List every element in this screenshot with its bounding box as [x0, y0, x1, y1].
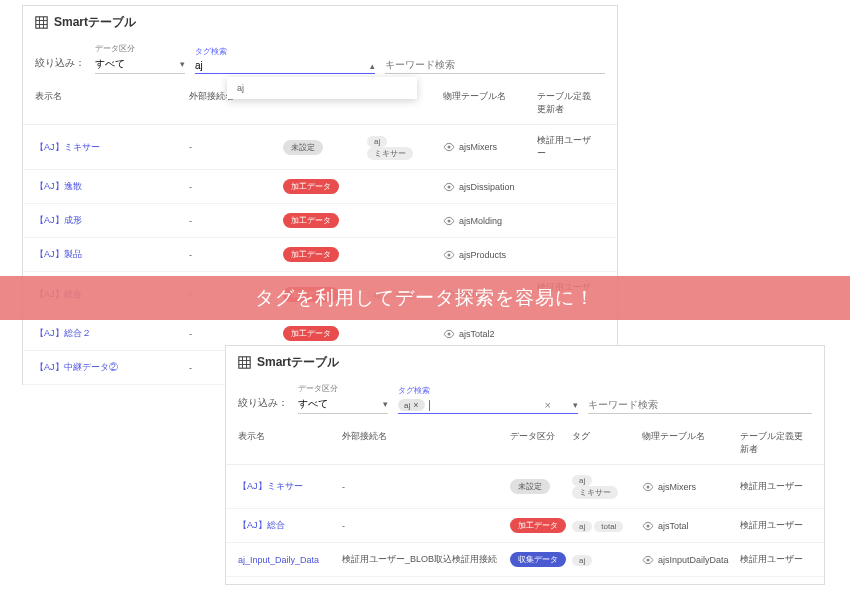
tag-label: タグ検索 — [398, 385, 578, 396]
col-header: テーブル定義更新者 — [537, 90, 605, 116]
dropdown-item[interactable]: aj — [237, 83, 244, 93]
category-filter[interactable]: データ区分 すべて▾ — [95, 43, 185, 74]
table-row: 【AJ】逸散-加工データajsDissipation — [23, 170, 617, 204]
tags-cell: ajtotal — [572, 520, 642, 532]
ext-name: 検証用ユーザー_BLOB取込検証用接続 — [342, 553, 510, 566]
eye-icon — [443, 215, 455, 227]
panel-title: Smartテーブル — [257, 354, 339, 371]
filter-label: 絞り込み： — [238, 396, 288, 414]
smart-table-panel-a: Smartテーブル 絞り込み： データ区分 すべて▾ タグ検索 aj▴ aj 表… — [22, 5, 618, 385]
col-header: 物理テーブル名 — [642, 430, 740, 456]
category-pill: 加工データ — [510, 518, 566, 533]
svg-point-19 — [647, 558, 650, 561]
col-header: 物理テーブル名 — [443, 90, 537, 116]
text-cursor — [429, 400, 430, 411]
row-name-link[interactable]: 【AJ】ミキサー — [238, 481, 303, 491]
ext-name: - — [342, 482, 510, 492]
table: 表示名 外部接続名 データ区分 タグ 物理テーブル名 テーブル定義更新者 【AJ… — [226, 422, 824, 577]
tag-chip[interactable]: ミキサー — [572, 486, 618, 499]
table-row: 【AJ】成形-加工データajsMolding — [23, 204, 617, 238]
phys-name: ajsMixers — [443, 141, 537, 153]
phys-name: ajsMolding — [443, 215, 537, 227]
tag-chip[interactable]: total — [594, 521, 623, 532]
category-pill: 未設定 — [510, 479, 550, 494]
category-filter[interactable]: データ区分 すべて▾ — [298, 383, 388, 414]
table-row: 【AJ】ミキサー-未設定ajミキサーajsMixers検証用ユーザー — [226, 465, 824, 509]
eye-icon — [642, 554, 654, 566]
eye-icon — [642, 520, 654, 532]
tag-chip[interactable]: aj — [572, 475, 592, 486]
filter-row: 絞り込み： データ区分 すべて▾ タグ検索 aj× × ▾ — [226, 379, 824, 422]
eye-icon — [642, 481, 654, 493]
category-pill: 収集データ — [510, 552, 566, 567]
table-icon — [35, 16, 48, 29]
remove-chip-icon[interactable]: × — [413, 400, 418, 410]
phys-name: ajsTotal2 — [443, 328, 537, 340]
svg-rect-0 — [36, 17, 47, 28]
row-name-link[interactable]: 【AJ】逸散 — [35, 181, 82, 191]
row-name-link[interactable]: 【AJ】成形 — [35, 215, 82, 225]
updater: 検証用ユーザー — [537, 134, 605, 160]
tag-filter[interactable]: タグ検索 aj▴ — [195, 46, 375, 74]
table: 表示名 外部接続名 物理テーブル名 テーブル定義更新者 【AJ】ミキサー-未設定… — [23, 82, 617, 385]
filter-label: 絞り込み： — [35, 56, 85, 74]
svg-point-7 — [448, 219, 451, 222]
updater: 検証用ユーザー — [740, 553, 812, 566]
row-name-link[interactable]: 【AJ】総合２ — [35, 328, 91, 338]
row-name-link[interactable]: aj_Input_Daily_Data — [238, 555, 319, 565]
col-header: タグ — [572, 430, 642, 456]
category-pill: 加工データ — [283, 179, 339, 194]
tag-dropdown[interactable]: aj — [227, 77, 417, 99]
category-label: データ区分 — [298, 383, 388, 394]
svg-rect-12 — [239, 357, 250, 368]
phys-name: ajsDissipation — [443, 181, 537, 193]
svg-point-6 — [448, 185, 451, 188]
phys-name: ajsProducts — [443, 249, 537, 261]
row-name-link[interactable]: 【AJ】製品 — [35, 249, 82, 259]
svg-point-5 — [448, 146, 451, 149]
keyword-search[interactable] — [588, 396, 812, 414]
table-row: 【AJ】総合-加工データajtotalajsTotal検証用ユーザー — [226, 509, 824, 543]
ext-name: - — [342, 521, 510, 531]
tag-chip[interactable]: aj× — [398, 399, 425, 411]
tags-cell: aj — [572, 554, 642, 566]
category-label: データ区分 — [95, 43, 185, 54]
phys-name: ajsTotal — [642, 520, 740, 532]
tag-chip[interactable]: ミキサー — [367, 147, 413, 160]
category-pill: 未設定 — [283, 140, 323, 155]
chevron-down-icon: ▾ — [365, 399, 388, 409]
tag-chip[interactable]: aj — [572, 521, 592, 532]
tag-chip[interactable]: aj — [572, 555, 592, 566]
ext-name: - — [189, 182, 283, 192]
row-name-link[interactable]: 【AJ】中継データ② — [35, 362, 118, 372]
keyword-input[interactable] — [588, 396, 812, 414]
ext-name: - — [189, 250, 283, 260]
row-name-link[interactable]: 【AJ】総合 — [238, 520, 285, 530]
tag-chip[interactable]: aj — [367, 136, 387, 147]
col-header: 外部接続名 — [342, 430, 510, 456]
col-header: テーブル定義更新者 — [740, 430, 812, 456]
overlay-banner: タグを利用してデータ探索を容易に！ — [0, 276, 850, 320]
filter-row: 絞り込み： データ区分 すべて▾ タグ検索 aj▴ aj — [23, 39, 617, 82]
panel-title: Smartテーブル — [54, 14, 136, 31]
panel-header: Smartテーブル — [226, 346, 824, 379]
tag-filter[interactable]: タグ検索 aj× × ▾ — [398, 385, 578, 414]
keyword-search[interactable] — [385, 56, 605, 74]
keyword-input[interactable] — [385, 56, 605, 74]
table-row: 【AJ】製品-加工データajsProducts — [23, 238, 617, 272]
eye-icon — [443, 181, 455, 193]
phys-name: ajsMixers — [642, 481, 740, 493]
clear-icon[interactable]: × — [545, 399, 551, 411]
category-pill: 加工データ — [283, 326, 339, 341]
updater: 検証用ユーザー — [740, 480, 812, 493]
table-header: 表示名 外部接続名 データ区分 タグ 物理テーブル名 テーブル定義更新者 — [226, 422, 824, 465]
chevron-down-icon: ▴ — [352, 61, 375, 71]
smart-table-panel-b: Smartテーブル 絞り込み： データ区分 すべて▾ タグ検索 aj× × ▾ … — [225, 345, 825, 585]
chevron-down-icon: ▾ — [162, 59, 185, 69]
tags-cell: ajミキサー — [572, 474, 642, 499]
row-name-link[interactable]: 【AJ】ミキサー — [35, 142, 100, 152]
updater: 検証用ユーザー — [740, 519, 812, 532]
eye-icon — [443, 328, 455, 340]
chevron-down-icon: ▾ — [555, 400, 578, 410]
table-row: aj_Input_Daily_Data検証用ユーザー_BLOB取込検証用接続収集… — [226, 543, 824, 577]
